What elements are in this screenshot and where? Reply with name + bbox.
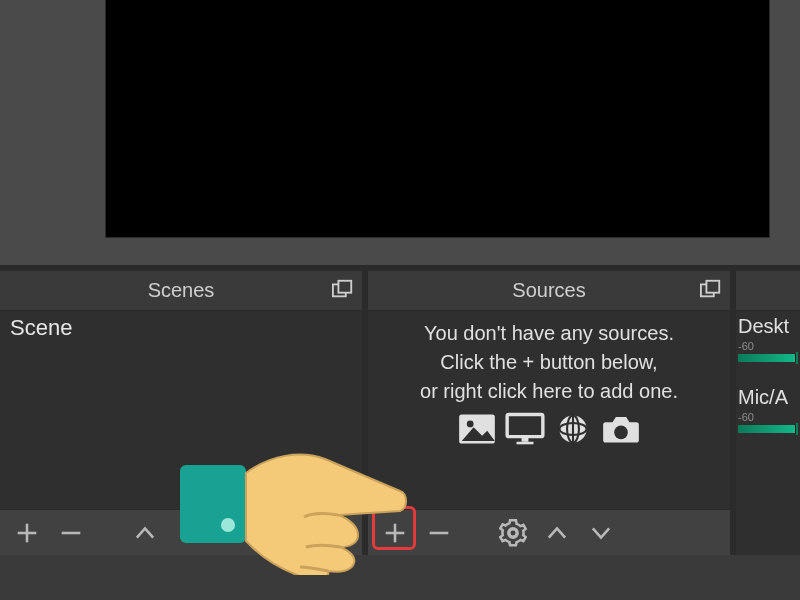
camera-source-icon — [600, 412, 642, 446]
svg-rect-9 — [507, 415, 543, 437]
mixer-meter — [738, 425, 798, 433]
move-source-down-button[interactable] — [584, 516, 618, 550]
scenes-title: Scenes — [148, 279, 215, 302]
mixer-header — [736, 271, 800, 311]
popout-icon[interactable] — [332, 279, 354, 299]
bottom-bar — [0, 555, 800, 600]
move-source-up-button[interactable] — [540, 516, 574, 550]
sources-empty-line: You don't have any sources. — [374, 319, 724, 348]
svg-point-8 — [467, 421, 474, 428]
sources-title: Sources — [512, 279, 585, 302]
sources-header: Sources — [368, 271, 730, 311]
svg-rect-6 — [706, 281, 719, 293]
browser-source-icon — [552, 412, 594, 446]
mixer-scale: -60 — [738, 411, 798, 423]
svg-point-20 — [509, 529, 516, 536]
mixer-item-label: Mic/A — [738, 386, 798, 409]
popout-icon[interactable] — [700, 279, 722, 299]
mixer-body: Deskt -60 -5 Mic/A -60 — [736, 311, 800, 555]
sources-toolbar — [368, 509, 730, 555]
svg-rect-10 — [522, 438, 529, 442]
preview-area — [0, 0, 800, 265]
audio-mixer-panel: Deskt -60 -5 Mic/A -60 — [736, 271, 800, 555]
sources-empty-line: Click the + button below, — [374, 348, 724, 377]
scene-item[interactable]: Scene — [0, 311, 362, 345]
bottom-panels: Scenes Scene — [0, 271, 800, 555]
scenes-panel: Scenes Scene — [0, 271, 362, 555]
add-scene-button[interactable] — [10, 516, 44, 550]
remove-scene-button[interactable] — [54, 516, 88, 550]
mixer-scale: -60 -5 — [738, 340, 798, 352]
sources-empty-line: or right click here to add one. — [374, 377, 724, 406]
add-source-button[interactable] — [378, 516, 412, 550]
mixer-item[interactable]: Mic/A -60 — [738, 386, 798, 433]
scenes-header: Scenes — [0, 271, 362, 311]
mixer-scale-mark: -60 — [738, 340, 754, 352]
source-type-icons — [374, 412, 724, 446]
move-scene-down-button[interactable] — [172, 516, 206, 550]
mixer-item[interactable]: Deskt -60 -5 — [738, 315, 798, 362]
svg-point-16 — [614, 426, 628, 440]
display-source-icon — [504, 412, 546, 446]
image-source-icon — [456, 412, 498, 446]
mixer-scale-mark: -60 — [738, 411, 754, 423]
svg-rect-1 — [338, 281, 351, 293]
preview-canvas[interactable] — [105, 0, 770, 238]
move-scene-up-button[interactable] — [128, 516, 162, 550]
sources-list[interactable]: You don't have any sources. Click the + … — [368, 311, 730, 509]
mixer-meter — [738, 354, 798, 362]
scenes-toolbar — [0, 509, 362, 555]
svg-rect-11 — [517, 442, 534, 445]
sources-panel: Sources You don't have any sources. Clic… — [368, 271, 730, 555]
app-root: Scenes Scene — [0, 0, 800, 600]
mixer-item-label: Deskt — [738, 315, 798, 338]
source-properties-button[interactable] — [496, 516, 530, 550]
scenes-list[interactable]: Scene — [0, 311, 362, 509]
remove-source-button[interactable] — [422, 516, 456, 550]
sources-empty-state: You don't have any sources. Click the + … — [368, 311, 730, 450]
